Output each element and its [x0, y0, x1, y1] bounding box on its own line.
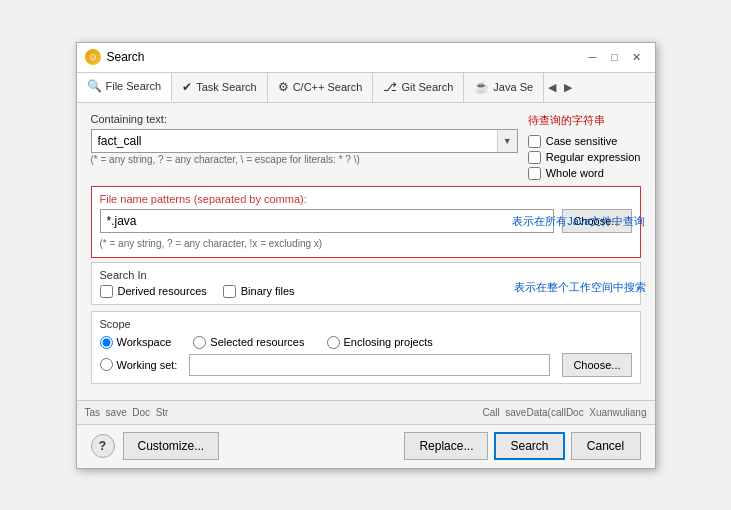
search-button[interactable]: Search	[494, 432, 564, 460]
working-set-input[interactable]	[189, 354, 550, 376]
case-sensitive-checkbox[interactable]	[528, 135, 541, 148]
regex-checkbox[interactable]	[528, 151, 541, 164]
help-button[interactable]: ?	[91, 434, 115, 458]
derived-resources-checkbox[interactable]	[100, 285, 113, 298]
containing-text-combo: ▼	[91, 129, 518, 153]
tab-next-button[interactable]: ▶	[560, 73, 576, 102]
annotation-workspace: 表示在整个工作空间中搜索	[514, 280, 646, 295]
containing-text-hint: (* = any string, ? = any character, \ = …	[91, 153, 518, 167]
selected-resources-radio[interactable]	[193, 336, 206, 349]
selected-resources-option[interactable]: Selected resources	[193, 336, 304, 349]
tab-java-search-label: Java Se	[493, 81, 533, 93]
selected-resources-label: Selected resources	[210, 336, 304, 348]
close-button[interactable]: ✕	[627, 47, 647, 67]
file-pattern-input[interactable]	[100, 209, 555, 233]
customize-button[interactable]: Customize...	[123, 432, 220, 460]
annotation-java-files: 表示在所有Java文件中查询	[512, 214, 645, 229]
whole-word-label: Whole word	[546, 167, 604, 179]
choose-working-set-button[interactable]: Choose...	[562, 353, 631, 377]
tab-cpp-search[interactable]: ⚙ C/C++ Search	[268, 73, 374, 102]
enclosing-projects-radio[interactable]	[327, 336, 340, 349]
workspace-option[interactable]: Workspace	[100, 336, 172, 349]
bottom-strip: Tas save Doc Str Call saveData(callDoc X…	[77, 400, 655, 424]
annotation-waiting-string: 待查询的字符串	[528, 113, 641, 128]
regex-option[interactable]: Regular expression	[528, 151, 641, 164]
search-in-wrapper: Search In Derived resources Binary files…	[91, 262, 641, 305]
tab-prev-button[interactable]: ◀	[544, 73, 560, 102]
workspace-label: Workspace	[117, 336, 172, 348]
tab-file-search[interactable]: 🔍 File Search	[77, 73, 173, 102]
containing-text-label: Containing text:	[91, 113, 518, 125]
containing-text-area: Containing text: ▼ (* = any string, ? = …	[91, 113, 641, 180]
scope-row-2: Working set: Choose...	[100, 353, 632, 377]
case-sensitive-label: Case sensitive	[546, 135, 618, 147]
window-icon: ⊙	[85, 49, 101, 65]
tab-java-search[interactable]: ☕ Java Se	[464, 73, 544, 102]
binary-files-checkbox[interactable]	[223, 285, 236, 298]
scope-section: Scope Workspace Selected resources Enclo…	[91, 311, 641, 384]
maximize-button[interactable]: □	[605, 47, 625, 67]
regex-label: Regular expression	[546, 151, 641, 163]
window-title: Search	[107, 50, 145, 64]
binary-files-option[interactable]: Binary files	[223, 285, 295, 298]
working-set-radio[interactable]	[100, 358, 113, 371]
tab-file-search-label: File Search	[106, 80, 162, 92]
scope-radios: Workspace Selected resources Enclosing p…	[100, 336, 632, 377]
cpp-search-icon: ⚙	[278, 80, 289, 94]
containing-text-input[interactable]	[92, 130, 497, 152]
binary-files-label: Binary files	[241, 285, 295, 297]
containing-text-left: Containing text: ▼ (* = any string, ? = …	[91, 113, 518, 175]
replace-button[interactable]: Replace...	[404, 432, 488, 460]
title-bar-left: ⊙ Search	[85, 49, 145, 65]
case-sensitive-option[interactable]: Case sensitive	[528, 135, 641, 148]
tab-task-search[interactable]: ✔ Task Search	[172, 73, 268, 102]
enclosing-projects-label: Enclosing projects	[344, 336, 433, 348]
whole-word-checkbox[interactable]	[528, 167, 541, 180]
file-pattern-wrapper: File name patterns (separated by comma):…	[91, 186, 641, 258]
file-search-icon: 🔍	[87, 79, 102, 93]
derived-resources-label: Derived resources	[118, 285, 207, 297]
scope-row-1: Workspace Selected resources Enclosing p…	[100, 336, 632, 349]
title-bar: ⊙ Search ─ □ ✕	[77, 43, 655, 73]
git-search-icon: ⎇	[383, 80, 397, 94]
task-search-icon: ✔	[182, 80, 192, 94]
file-pattern-label: File name patterns (separated by comma):	[100, 193, 632, 205]
enclosing-projects-option[interactable]: Enclosing projects	[327, 336, 433, 349]
search-dialog: ⊙ Search ─ □ ✕ 🔍 File Search ✔ Task Sear…	[76, 42, 656, 469]
tab-git-search[interactable]: ⎇ Git Search	[373, 73, 464, 102]
options-checkboxes: 待查询的字符串 Case sensitive Regular expressio…	[528, 113, 641, 180]
tabs-bar: 🔍 File Search ✔ Task Search ⚙ C/C++ Sear…	[77, 73, 655, 103]
scope-title: Scope	[100, 318, 632, 330]
button-bar-right: Replace... Search Cancel	[404, 432, 640, 460]
workspace-radio[interactable]	[100, 336, 113, 349]
tab-task-search-label: Task Search	[196, 81, 257, 93]
form-content: Containing text: ▼ (* = any string, ? = …	[77, 103, 655, 400]
java-search-icon: ☕	[474, 80, 489, 94]
tab-git-search-label: Git Search	[401, 81, 453, 93]
title-controls: ─ □ ✕	[583, 47, 647, 67]
button-bar-left: ? Customize...	[91, 432, 220, 460]
bottom-strip-text: Tas save Doc Str	[85, 407, 169, 418]
tab-cpp-search-label: C/C++ Search	[293, 81, 363, 93]
containing-text-dropdown[interactable]: ▼	[497, 130, 517, 152]
file-pattern-hint: (* = any string, ? = any character, !x =…	[100, 237, 632, 251]
derived-resources-option[interactable]: Derived resources	[100, 285, 207, 298]
button-bar: ? Customize... Replace... Search Cancel	[77, 424, 655, 468]
bottom-strip-right: Call saveData(callDoc Xuanwuliang	[483, 407, 647, 418]
working-set-option[interactable]: Working set:	[100, 358, 178, 371]
whole-word-option[interactable]: Whole word	[528, 167, 641, 180]
minimize-button[interactable]: ─	[583, 47, 603, 67]
cancel-button[interactable]: Cancel	[571, 432, 641, 460]
working-set-label: Working set:	[117, 359, 178, 371]
